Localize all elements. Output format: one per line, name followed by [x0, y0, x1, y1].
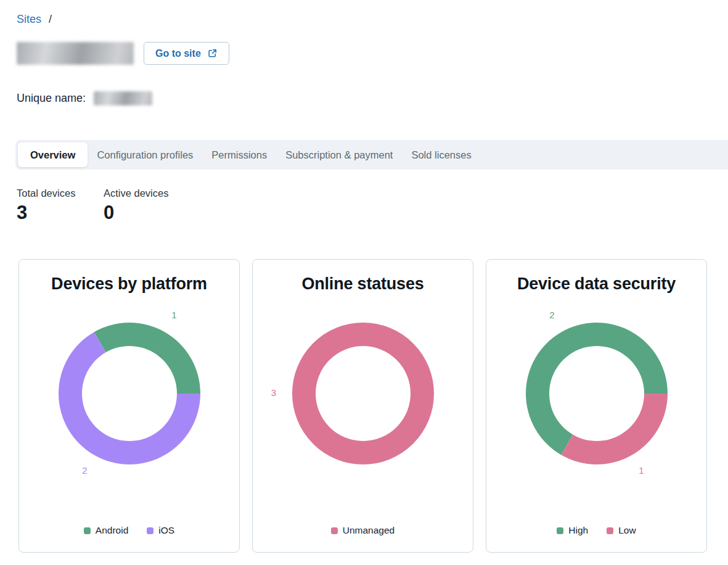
donut-chart-devices-by-platform[interactable]: 12 — [37, 301, 222, 486]
tab-subscription-payment[interactable]: Subscription & payment — [276, 142, 402, 167]
breadcrumb-sites-link[interactable]: Sites — [17, 12, 41, 27]
legend-label-android: Android — [96, 525, 128, 536]
svg-text:1: 1 — [171, 310, 176, 320]
svg-text:2: 2 — [549, 310, 554, 320]
site-name-redacted — [17, 42, 134, 65]
legend-swatch-high — [557, 527, 563, 534]
charts-row: Devices by platform 12 Android iOS Onlin… — [18, 259, 708, 553]
tab-configuration-profiles[interactable]: Configuration profiles — [88, 142, 202, 167]
card-devices-by-platform: Devices by platform 12 Android iOS — [18, 259, 240, 553]
tab-bar: Overview Configuration profiles Permissi… — [15, 140, 728, 170]
device-stats: Total devices 3 Active devices 0 — [17, 187, 728, 223]
legend-label-low: Low — [618, 525, 636, 536]
unique-name-redacted — [94, 91, 152, 105]
svg-text:3: 3 — [271, 387, 276, 398]
card-device-data-security: Device data security 21 High Low — [486, 259, 707, 553]
stat-active-devices: Active devices 0 — [104, 187, 168, 223]
tab-permissions[interactable]: Permissions — [202, 142, 276, 167]
site-overview-page: Sites / Go to site Unique name: Overview… — [0, 0, 728, 553]
go-to-site-button[interactable]: Go to site — [144, 42, 229, 65]
stat-label: Active devices — [104, 187, 168, 199]
legend-swatch-android — [84, 527, 91, 534]
tab-overview[interactable]: Overview — [18, 142, 88, 167]
legend-label-high: High — [568, 525, 588, 536]
legend-label-ios: iOS — [158, 525, 174, 536]
stat-label: Total devices — [17, 187, 78, 199]
legend-item-ios[interactable]: iOS — [147, 525, 174, 536]
legend-swatch-ios — [147, 527, 153, 534]
tab-sold-licenses[interactable]: Sold licenses — [402, 142, 480, 167]
unique-name-row: Unique name: — [17, 91, 728, 105]
legend-label-unmanaged: Unmanaged — [343, 525, 395, 536]
stat-value: 3 — [17, 202, 78, 223]
legend-swatch-unmanaged — [331, 527, 338, 534]
legend-item-low[interactable]: Low — [607, 525, 636, 536]
svg-text:1: 1 — [639, 465, 644, 476]
chart-legend: High Low — [557, 525, 636, 536]
legend-item-high[interactable]: High — [557, 525, 588, 536]
card-title-device-data-security: Device data security — [517, 274, 676, 294]
legend-swatch-low — [607, 527, 613, 534]
stat-value: 0 — [104, 202, 168, 223]
card-online-statuses: Online statuses 3 Unmanaged — [252, 259, 473, 553]
card-title-devices-by-platform: Devices by platform — [51, 274, 207, 294]
go-to-site-label: Go to site — [155, 48, 201, 59]
legend-item-android[interactable]: Android — [84, 525, 128, 536]
site-header-row: Go to site — [17, 42, 728, 65]
external-link-icon — [207, 48, 218, 59]
donut-chart-online-statuses[interactable]: 3 — [271, 301, 456, 486]
legend-item-unmanaged[interactable]: Unmanaged — [331, 525, 395, 536]
stat-total-devices: Total devices 3 — [17, 187, 78, 223]
chart-legend: Unmanaged — [331, 525, 395, 536]
breadcrumb: Sites / — [0, 0, 728, 27]
chart-legend: Android iOS — [84, 525, 174, 536]
donut-chart-device-data-security[interactable]: 21 — [504, 301, 689, 486]
svg-text:2: 2 — [82, 465, 87, 476]
breadcrumb-separator: / — [49, 12, 52, 27]
card-title-online-statuses: Online statuses — [301, 274, 423, 294]
unique-name-label: Unique name: — [17, 92, 86, 105]
